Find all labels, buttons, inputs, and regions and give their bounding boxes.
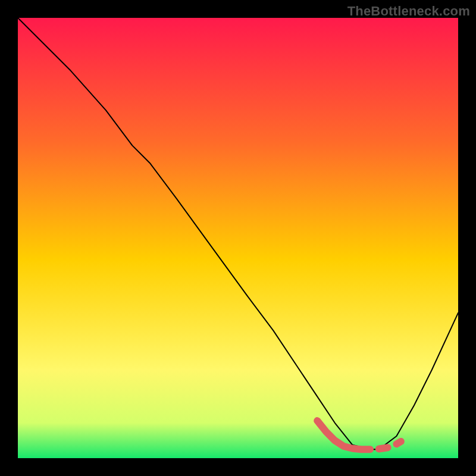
chart-svg	[18, 18, 458, 458]
watermark-text: TheBottleneck.com	[347, 4, 470, 19]
highlight-segment-mid	[379, 447, 388, 449]
plot-area	[18, 18, 458, 458]
highlight-segment-right	[396, 441, 400, 444]
gradient-background	[18, 18, 458, 458]
chart-frame: TheBottleneck.com	[0, 0, 476, 476]
